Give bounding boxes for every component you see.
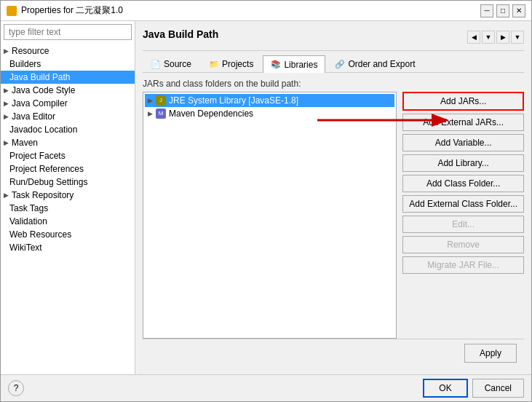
tab-projects[interactable]: 📁Projects [201, 55, 261, 72]
remove-button: Remove [402, 236, 524, 253]
sidebar-item-task-repository[interactable]: ▶Task Repository [1, 189, 135, 202]
sidebar-item-label: Project Facets [9, 151, 65, 161]
title-bar: Properties for 二元凝聚1.0 ─ □ ✕ [1, 1, 531, 21]
jar-expand-icon: ▶ [148, 110, 153, 117]
jar-item-maven[interactable]: ▶MMaven Dependencies [145, 107, 394, 120]
sidebar-item-label: Java Build Path [9, 72, 70, 82]
tab-libraries[interactable]: 📚Libraries [263, 55, 325, 73]
title-bar-left: Properties for 二元凝聚1.0 [7, 4, 123, 17]
edit-button: Edit... [402, 216, 524, 233]
sidebar-item-javadoc-location[interactable]: Javadoc Location [1, 123, 135, 136]
sidebar-item-project-facets[interactable]: Project Facets [1, 149, 135, 162]
order-icon: 🔗 [335, 60, 345, 69]
apply-button[interactable]: Apply [464, 344, 517, 363]
sidebar-item-validation[interactable]: Validation [1, 215, 135, 228]
jar-item-label: Maven Dependencies [169, 109, 253, 119]
sidebar-item-label: Task Tags [9, 203, 48, 213]
add-jars-button[interactable]: Add JARs... [402, 92, 524, 111]
help-button[interactable]: ? [8, 380, 24, 396]
footer-buttons: OK Cancel [423, 379, 524, 398]
jar-and-buttons: ▶JJRE System Library [JavaSE-1.8]▶MMaven… [143, 92, 524, 339]
add-library-button[interactable]: Add Library... [402, 154, 524, 172]
expand-arrow-icon: ▶ [4, 100, 9, 107]
ok-button[interactable]: OK [423, 379, 467, 398]
expand-arrow-icon: ▶ [4, 192, 9, 199]
sidebar-item-label: Javadoc Location [9, 125, 77, 135]
cancel-button[interactable]: Cancel [472, 379, 524, 398]
sidebar-item-label: Maven [12, 138, 38, 148]
expand-arrow-icon: ▶ [4, 113, 9, 120]
sidebar-item-label: Java Editor [12, 111, 55, 122]
sidebar-item-label: WikiText [9, 243, 42, 253]
minimize-button[interactable]: ─ [480, 4, 493, 17]
add-variable-button[interactable]: Add Variable... [402, 134, 524, 151]
sidebar-item-run-debug-settings[interactable]: Run/Debug Settings [1, 176, 135, 189]
back-dropdown-button[interactable]: ▼ [482, 31, 495, 44]
nav-icons: ◀ ▼ ▶ ▼ [467, 31, 524, 44]
main-content: ▶ResourceBuildersJava Build Path▶Java Co… [1, 21, 531, 374]
maven-icon: M [156, 109, 166, 119]
sidebar-item-builders[interactable]: Builders [1, 58, 135, 71]
expand-arrow-icon: ▶ [4, 139, 9, 146]
right-panel: Java Build Path ◀ ▼ ▶ ▼ 📄Source📁Projects… [135, 21, 531, 374]
window-title: Properties for 二元凝聚1.0 [21, 4, 123, 17]
expand-arrow-icon: ▶ [4, 47, 9, 55]
forward-dropdown-button[interactable]: ▼ [511, 31, 524, 44]
properties-window: Properties for 二元凝聚1.0 ─ □ ✕ ▶ResourceBu… [0, 0, 532, 402]
content-area: JARs and class folders on the build path… [143, 79, 524, 339]
tabs-bar: 📄Source📁Projects📚Libraries🔗Order and Exp… [143, 55, 524, 73]
sidebar-item-label: Builders [9, 59, 41, 69]
tab-label-order-export: Order and Export [348, 59, 415, 69]
projects-icon: 📁 [209, 60, 219, 69]
libraries-icon: 📚 [271, 60, 281, 69]
tab-label-projects: Projects [222, 59, 253, 69]
back-button[interactable]: ◀ [467, 31, 480, 44]
window-icon [7, 6, 17, 16]
sidebar: ▶ResourceBuildersJava Build Path▶Java Co… [1, 21, 135, 374]
buttons-panel: Add JARs...Add External JARs...Add Varia… [402, 92, 524, 339]
add-external-class-folder-button[interactable]: Add External Class Folder... [402, 195, 524, 213]
jar-label: JARs and class folders on the build path… [143, 79, 524, 89]
title-bar-controls: ─ □ ✕ [480, 4, 525, 17]
sidebar-item-label: Project References [9, 164, 84, 174]
sidebar-item-java-editor[interactable]: ▶Java Editor [1, 110, 135, 123]
tab-label-libraries: Libraries [284, 60, 317, 70]
sidebar-item-project-references[interactable]: Project References [1, 162, 135, 176]
sidebar-item-label: Web Resources [9, 229, 71, 240]
tab-order-export[interactable]: 🔗Order and Export [327, 55, 423, 72]
sidebar-item-label: Validation [9, 216, 47, 226]
jar-expand-icon: ▶ [148, 97, 153, 104]
jre-icon: J [156, 95, 166, 106]
jar-item-jre[interactable]: ▶JJRE System Library [JavaSE-1.8] [145, 94, 394, 107]
sidebar-item-label: Java Code Style [12, 85, 75, 95]
filter-input[interactable] [4, 24, 132, 40]
jar-list[interactable]: ▶JJRE System Library [JavaSE-1.8]▶MMaven… [143, 92, 397, 339]
tab-source[interactable]: 📄Source [143, 55, 199, 72]
sidebar-item-label: Java Compiler [12, 98, 68, 109]
add-class-folder-button[interactable]: Add Class Folder... [402, 175, 524, 192]
sidebar-item-label: Resource [12, 46, 49, 56]
forward-button[interactable]: ▶ [496, 31, 509, 44]
sidebar-tree: ▶ResourceBuildersJava Build Path▶Java Co… [1, 43, 135, 374]
apply-bar: Apply [143, 339, 524, 367]
panel-title: Java Build Path [143, 28, 218, 40]
sidebar-item-label: Task Repository [12, 190, 74, 200]
sidebar-item-java-compiler[interactable]: ▶Java Compiler [1, 97, 135, 110]
sidebar-item-label: Run/Debug Settings [9, 177, 87, 187]
jar-item-label: JRE System Library [JavaSE-1.8] [169, 95, 298, 106]
add-external-jars-button[interactable]: Add External JARs... [402, 114, 524, 131]
sidebar-item-wikitext[interactable]: WikiText [1, 241, 135, 254]
sidebar-item-java-code-style[interactable]: ▶Java Code Style [1, 84, 135, 97]
footer: ? OK Cancel [1, 374, 531, 401]
sidebar-item-maven[interactable]: ▶Maven [1, 136, 135, 149]
close-button[interactable]: ✕ [512, 4, 525, 17]
sidebar-item-web-resources[interactable]: Web Resources [1, 228, 135, 241]
migrate-jar-button: Migrate JAR File... [402, 256, 524, 274]
maximize-button[interactable]: □ [496, 4, 509, 17]
sidebar-item-task-tags[interactable]: Task Tags [1, 202, 135, 215]
sidebar-item-resource[interactable]: ▶Resource [1, 44, 135, 58]
source-icon: 📄 [151, 60, 161, 69]
sidebar-item-java-build-path[interactable]: Java Build Path [1, 71, 135, 84]
tab-label-source: Source [164, 59, 191, 69]
expand-arrow-icon: ▶ [4, 87, 9, 94]
